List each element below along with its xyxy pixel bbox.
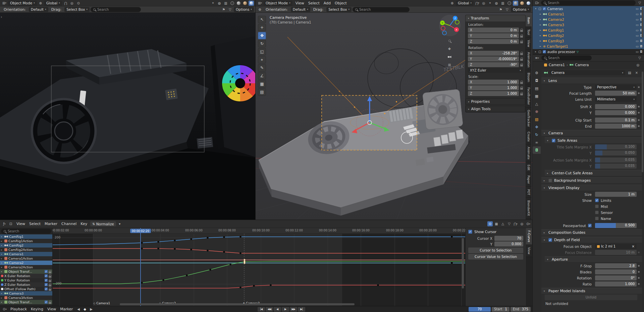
shading-material-icon[interactable] xyxy=(242,1,248,6)
dof-panel-header[interactable]: ▾Depth of Field xyxy=(541,237,642,243)
camera-view-icon[interactable] xyxy=(447,54,452,59)
editor-type-icon[interactable]: ⊙▾ xyxy=(2,307,7,312)
keyframe[interactable] xyxy=(223,251,225,253)
frame-end-field[interactable]: End375 xyxy=(511,307,531,312)
shading-material-icon[interactable] xyxy=(519,1,525,6)
vertical-scrollbar[interactable] xyxy=(462,238,464,288)
name-checkbox[interactable] xyxy=(595,217,599,220)
channel-camrig1[interactable]: ▾CamRig1 xyxy=(0,234,52,239)
editor-type-icon[interactable]: ⊡▾ xyxy=(534,0,540,5)
mode-dropdown[interactable]: Object Mode▾ xyxy=(8,1,37,6)
menu-add[interactable]: Add xyxy=(322,0,333,6)
next-keyframe-icon[interactable]: ▶ xyxy=(89,307,94,312)
menu-select[interactable]: Select xyxy=(27,221,43,227)
proportional-edit-icon[interactable]: ◎ xyxy=(519,221,525,226)
channel-enable-checkbox[interactable] xyxy=(45,270,48,273)
menu-marker[interactable]: Marker xyxy=(58,306,75,312)
scale-x-field[interactable]: X1.000 xyxy=(468,80,519,85)
clip-end-field[interactable]: 1000 m xyxy=(595,124,637,129)
expand-icon[interactable]: ▸ xyxy=(1,297,3,299)
flag-icon[interactable]: ⚑ xyxy=(498,7,503,12)
filter-icon[interactable]: ▽ xyxy=(504,7,510,12)
focus-object-field[interactable]: Ic 2 ml 1× xyxy=(595,244,637,249)
keyframe[interactable] xyxy=(270,284,272,286)
hide-in-viewport-icon[interactable]: ▭ xyxy=(636,29,639,32)
animate-dot[interactable] xyxy=(638,106,640,107)
lock-icon[interactable] xyxy=(49,302,51,304)
keying-set-icon[interactable]: ◆ xyxy=(82,307,88,312)
hide-in-viewport-icon[interactable]: ▭ xyxy=(636,7,639,10)
sidebar-tab-geotracker[interactable]: GeoTracker xyxy=(526,107,532,129)
filter-icon[interactable]: ▽ xyxy=(637,0,642,5)
hide-in-viewport-icon[interactable]: ▭ xyxy=(636,23,639,27)
lock-icon[interactable] xyxy=(520,88,523,90)
keyframe[interactable] xyxy=(207,237,209,239)
rotation-mode-dropdown[interactable]: XYZ Euler▾ xyxy=(468,68,523,73)
animate-dot[interactable] xyxy=(638,271,640,273)
menu-select[interactable]: Select xyxy=(306,0,322,6)
fake-user-icon[interactable]: ▤ xyxy=(627,70,632,75)
keyframe[interactable] xyxy=(163,279,164,281)
lock-icon[interactable] xyxy=(520,30,523,32)
lock-icon[interactable] xyxy=(49,276,51,278)
proportional-edit-icon[interactable]: ◎ xyxy=(69,1,75,6)
editor-type-icon[interactable]: ⊞▾ xyxy=(2,1,7,6)
location-y-field[interactable]: Y0 m xyxy=(468,33,519,38)
keyframe[interactable] xyxy=(451,262,453,264)
lock-icon[interactable] xyxy=(49,280,51,282)
drag-mode-dropdown[interactable]: Select Box▾ xyxy=(64,7,90,12)
lock-icon[interactable] xyxy=(520,82,523,84)
expand-icon[interactable]: ▸ xyxy=(1,249,3,251)
measure-tool[interactable]: ∠ xyxy=(258,72,266,80)
editor-type-icon[interactable]: ƒ▾ xyxy=(2,221,7,226)
keyframe[interactable] xyxy=(244,259,246,261)
navigation-gizmo[interactable]: Z Y X xyxy=(438,14,461,37)
passepartout-slider[interactable]: 0.500 xyxy=(595,223,637,228)
overlays-toggle-icon[interactable]: ◍ xyxy=(217,1,222,6)
channel-camera1[interactable]: ▾Camera1 xyxy=(0,252,52,256)
overlays-toggle-icon[interactable]: ◍ xyxy=(494,1,499,6)
disable-in-render-icon[interactable]: ◘ xyxy=(640,45,642,48)
title-safe-y-slider[interactable]: 0.050 xyxy=(595,150,637,155)
hide-in-viewport-icon[interactable]: ▭ xyxy=(636,18,639,21)
extra-tool-tool[interactable]: ▤ xyxy=(258,88,266,96)
transform-orientation-dropdown[interactable]: Global▾ xyxy=(44,1,62,6)
paper-model-islands-panel-header[interactable]: ▾Paper Model Islands xyxy=(541,288,642,294)
channel-enable-checkbox[interactable] xyxy=(45,301,48,304)
scale-tool[interactable]: ◱ xyxy=(258,48,266,55)
show-cursor-checkbox[interactable] xyxy=(468,230,472,234)
toolbar-toggle-arrow[interactable]: › xyxy=(1,15,2,19)
passepartout-checkbox[interactable] xyxy=(588,224,592,227)
blades-field[interactable]: 0 xyxy=(595,269,637,274)
clear-icon[interactable]: × xyxy=(632,244,635,248)
expand-icon[interactable]: ▾ xyxy=(1,253,3,255)
outliner-item-camrig2[interactable]: ▸CamRig2▭◘ xyxy=(533,33,644,38)
outliner-search-input[interactable]: Search xyxy=(541,0,636,5)
keyframe[interactable] xyxy=(377,284,379,286)
gizmo-toggle-icon[interactable]: ⌖ xyxy=(210,1,216,6)
safe-areas-panel-header[interactable]: ▾Safe Areas xyxy=(545,137,642,144)
keyframe[interactable] xyxy=(158,248,159,250)
show-cursor-row[interactable]: Show Cursor xyxy=(466,228,526,235)
jump-next-keyframe-button[interactable]: ▶▶ xyxy=(290,307,297,312)
keyframe[interactable] xyxy=(230,264,231,265)
graph-sidebar-tab-f-curve[interactable]: F-Curve xyxy=(526,228,532,245)
drag-mode-dropdown[interactable]: Select Box▾ xyxy=(326,7,352,12)
menu-marker[interactable]: Marker xyxy=(43,221,59,227)
shading-rendered-icon[interactable] xyxy=(249,1,254,6)
shading-solid-icon[interactable] xyxy=(513,1,518,6)
outliner-item-camrig1[interactable]: ▸CamRig1▭◘ xyxy=(533,28,644,33)
center-cut-panel-header[interactable]: ▸Center-Cut Safe Areas xyxy=(545,170,642,176)
properties-tab-output[interactable]: ▤ xyxy=(533,85,541,92)
expand-icon[interactable]: ▾ xyxy=(1,235,3,238)
keyframe[interactable] xyxy=(240,253,241,254)
shading-rendered-icon[interactable] xyxy=(526,1,531,6)
breadcrumb-data[interactable]: Camera xyxy=(575,63,589,67)
aperture-rotation-field[interactable]: 0° xyxy=(595,275,637,280)
channel-x-euler-rotation[interactable]: X Euler Rotation xyxy=(0,274,52,278)
channel-camera3[interactable]: ▾Camera3 xyxy=(0,291,52,296)
channel-camera2[interactable]: ▾Camera2 xyxy=(0,261,52,265)
rotation-y-field[interactable]: Y-0.000019° xyxy=(468,56,519,61)
hide-in-viewport-icon[interactable]: ▭ xyxy=(636,39,639,43)
channel-camrig2action[interactable]: ▸CamRig2Action xyxy=(0,248,52,252)
